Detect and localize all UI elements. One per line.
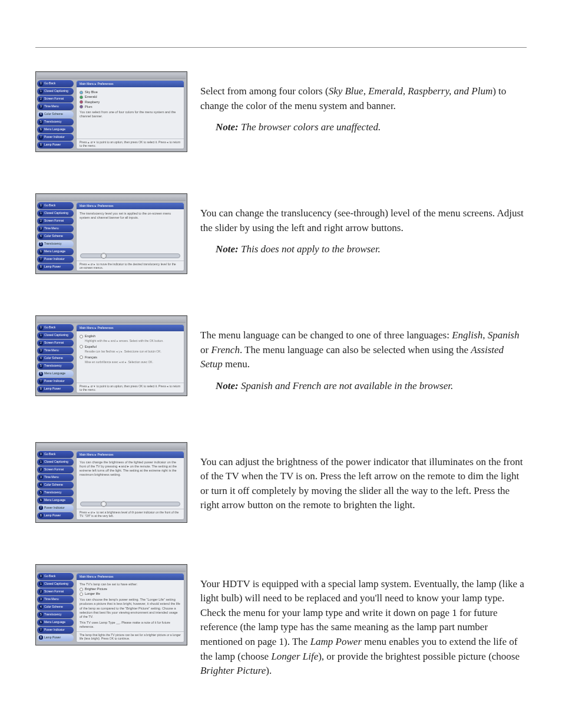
menu-item-translucency: 5Translucency <box>37 611 74 618</box>
menu-item-time-menu: 3Time Menu <box>37 347 74 354</box>
menu-item-power-indicator: 7Power Indicator <box>37 505 74 512</box>
menu-item-go-back: 0Go Back <box>37 324 74 331</box>
menu-item-closed-captioning: 1Closed Captioning <box>37 332 74 339</box>
screenshot-power-indicator: 0Go Back1Closed Captioning2Screen Format… <box>35 442 187 523</box>
breadcrumb: Main Menu ▸ Preferences <box>77 81 184 87</box>
menu-language-desc: The menu language can be changed to one … <box>200 328 527 372</box>
menu-item-closed-captioning: 1Closed Captioning <box>37 88 74 95</box>
menu-item-screen-format: 2Screen Format <box>37 466 74 473</box>
section-lamp-power: 0Go Back1Closed Captioning2Screen Format… <box>35 564 527 686</box>
breadcrumb: Main Menu ▸ Preferences <box>77 574 184 580</box>
menu-item-color-scheme: 4Color Scheme <box>37 482 74 489</box>
menu-item-closed-captioning: 1Closed Captioning <box>37 581 74 588</box>
menu-item-translucency: 5Translucency <box>37 118 74 126</box>
menu-item-screen-format: 2Screen Format <box>37 588 74 595</box>
option-emerald: Emerald <box>85 95 97 99</box>
option-sky-blue: Sky Blue <box>85 90 98 94</box>
breadcrumb: Main Menu ▸ Preferences <box>77 452 184 458</box>
section-power-indicator: 0Go Back1Closed Captioning2Screen Format… <box>35 442 527 523</box>
lang-subtext: Mise en surbrillance avec ◂ et ▸. Sélect… <box>85 360 181 364</box>
menu-item-time-menu: 3Time Menu <box>37 596 74 603</box>
section-translucency: 0Go Back1Closed Captioning2Screen Format… <box>35 193 527 274</box>
panel-footer: Press ◂ or ▸ to set a brightness level o… <box>77 509 184 519</box>
menu-item-lamp-power: 8Lamp Power <box>37 512 74 519</box>
lang-option: Español <box>85 345 97 349</box>
breadcrumb: Main Menu ▸ Preferences <box>77 203 184 209</box>
translucency-note: Note: This does not apply to the browser… <box>200 242 527 257</box>
menu-item-menu-language: 6Menu Language <box>37 619 74 626</box>
menu-item-power-indicator: 7Power Indicator <box>37 378 74 385</box>
panel-help-text: You can select from one of four colors f… <box>80 110 181 118</box>
menu-item-lamp-power: 8Lamp Power <box>37 634 74 641</box>
menu-item-lamp-power: 8Lamp Power <box>37 141 74 149</box>
menu-item-translucency: 5Translucency <box>37 489 74 496</box>
breadcrumb: Main Menu ▸ Preferences <box>77 325 184 331</box>
screenshot-color-scheme: 0Go Back1Closed Captioning2Screen Format… <box>35 71 187 152</box>
menu-item-color-scheme: 4Color Scheme <box>37 604 74 611</box>
lamp-power-desc: Your HDTV is equipped with a special lam… <box>200 577 527 678</box>
panel-help-text: You can choose the lamp's power setting.… <box>80 598 181 619</box>
option-plum: Plum <box>85 105 92 109</box>
menu-item-translucency: 5Translucency <box>37 363 74 370</box>
screenshot-lamp-power: 0Go Back1Closed Captioning2Screen Format… <box>35 564 187 645</box>
menu-item-screen-format: 2Screen Format <box>37 218 74 225</box>
menu-item-go-back: 0Go Back <box>37 451 74 458</box>
menu-item-screen-format: 2Screen Format <box>37 340 74 347</box>
color-scheme-desc: Select from among four colors (Sky Blue,… <box>200 84 527 113</box>
screenshot-menu-language: 0Go Back1Closed Captioning2Screen Format… <box>35 315 187 396</box>
option-brighter-picture: Brighter Picture <box>85 587 107 591</box>
lang-option: Français <box>85 355 97 360</box>
menu-language-note: Note: Spanish and French are not availab… <box>200 379 527 394</box>
menu-item-time-menu: 3Time Menu <box>37 474 74 481</box>
top-rule <box>35 47 527 48</box>
menu-item-go-back: 0Go Back <box>37 573 74 580</box>
panel-lamp-type-note: This TV uses Lamp Type __. Please make a… <box>80 621 181 629</box>
panel-footer: Press ▴ or ▾ to point to an option, then… <box>77 383 184 393</box>
menu-item-color-scheme: 4Color Scheme <box>37 233 74 240</box>
menu-item-lamp-power: 8Lamp Power <box>37 386 74 393</box>
screenshot-translucency: 0Go Back1Closed Captioning2Screen Format… <box>35 193 187 274</box>
menu-item-power-indicator: 7Power Indicator <box>37 256 74 263</box>
power-indicator-desc: You can adjust the brightness of the pow… <box>200 455 527 513</box>
menu-item-menu-language: 6Menu Language <box>37 248 74 255</box>
option-raspberry: Raspberry <box>85 100 100 104</box>
menu-item-menu-language: 6Menu Language <box>37 497 74 504</box>
menu-item-menu-language: 6Menu Language <box>37 126 74 133</box>
panel-help-text: The translucency level you set is applie… <box>80 212 181 220</box>
menu-item-go-back: 0Go Back <box>37 80 74 87</box>
panel-footer: Press ◂ or ▸ to move the indicator to th… <box>77 261 184 271</box>
translucency-desc: You can change the translucency (see-thr… <box>200 206 527 235</box>
panel-footer: The lamp that lights the TV picture can … <box>77 631 184 642</box>
lang-option: English <box>85 334 95 338</box>
menu-item-menu-language: 6Menu Language <box>37 370 74 377</box>
lang-subtext: Highlight with the ◂ and ▸ arrows. Selec… <box>85 339 181 343</box>
translucency-slider <box>80 253 180 258</box>
menu-item-time-menu: 3Time Menu <box>37 103 74 110</box>
menu-item-color-scheme: 4Color Scheme <box>37 111 74 118</box>
panel-intro: The TV's lamp can be set to have either: <box>80 582 181 587</box>
menu-item-translucency: 5Translucency <box>37 241 74 248</box>
section-color-scheme: 0Go Back1Closed Captioning2Screen Format… <box>35 71 527 152</box>
menu-item-power-indicator: 7Power Indicator <box>37 134 74 141</box>
lang-subtext: Resalte con las flechas ◂ y ▸. Seleccion… <box>85 350 181 354</box>
power-indicator-slider <box>80 502 180 506</box>
panel-footer: Press ▴ or ▾ to point to an option, then… <box>77 139 184 149</box>
menu-item-screen-format: 2Screen Format <box>37 95 74 103</box>
panel-help-text: You can change the brightness of the lig… <box>80 460 181 477</box>
menu-item-power-indicator: 7Power Indicator <box>37 627 74 634</box>
menu-item-closed-captioning: 1Closed Captioning <box>37 210 74 217</box>
menu-item-closed-captioning: 1Closed Captioning <box>37 459 74 466</box>
option-longer-life: Longer life <box>85 592 100 596</box>
menu-item-color-scheme: 4Color Scheme <box>37 355 74 362</box>
menu-item-time-menu: 3Time Menu <box>37 225 74 232</box>
section-menu-language: 0Go Back1Closed Captioning2Screen Format… <box>35 315 527 401</box>
color-scheme-note: Note: The browser colors are unaffected. <box>200 120 527 135</box>
menu-item-lamp-power: 8Lamp Power <box>37 263 74 271</box>
menu-item-go-back: 0Go Back <box>37 202 74 209</box>
